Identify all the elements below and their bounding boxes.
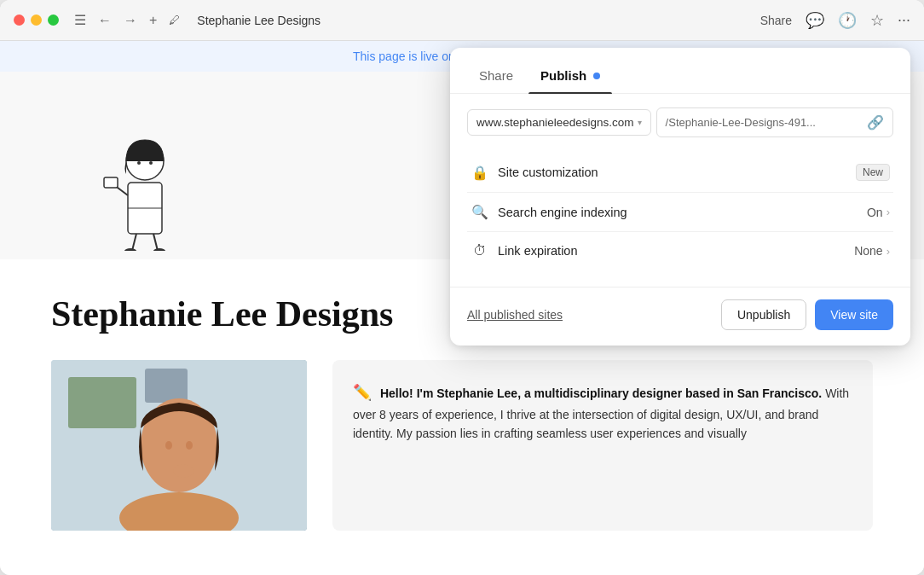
expiration-chevron-icon: › bbox=[886, 245, 890, 258]
title-bar: ☰ ← → + 🖊 Stephanie Lee Designs Share 💬 … bbox=[0, 0, 924, 41]
unpublish-button[interactable]: Unpublish bbox=[721, 299, 806, 330]
more-icon[interactable]: ··· bbox=[898, 11, 910, 29]
pencil-icon: ✏️ bbox=[353, 384, 372, 401]
footer-buttons: Unpublish View site bbox=[721, 299, 893, 330]
site-customization-item[interactable]: 🔒 Site customization New bbox=[467, 153, 893, 193]
path-input[interactable]: /Stephanie-Lee-Designs-491... 🔗 bbox=[656, 107, 893, 137]
site-customization-label: Site customization bbox=[498, 166, 847, 179]
search-indexing-label: Search engine indexing bbox=[498, 206, 858, 219]
svg-rect-6 bbox=[104, 177, 118, 188]
search-chevron-icon: › bbox=[886, 206, 890, 218]
comment-icon[interactable]: 💬 bbox=[806, 11, 824, 30]
maximize-button[interactable] bbox=[48, 15, 59, 26]
traffic-lights bbox=[14, 15, 59, 26]
popup-body: www.stephanieleedesigns.com ▾ /Stephanie… bbox=[450, 94, 910, 283]
bookmark-icon[interactable]: ☆ bbox=[870, 11, 884, 30]
new-badge: New bbox=[856, 164, 890, 181]
menu-icon[interactable]: ☰ bbox=[71, 9, 90, 32]
svg-line-7 bbox=[132, 234, 136, 251]
svg-point-4 bbox=[149, 161, 153, 165]
view-site-button[interactable]: View site bbox=[815, 299, 893, 330]
domain-text: www.stephanieleedesigns.com bbox=[476, 116, 634, 129]
link-expiration-item[interactable]: ⏱ Link expiration None › bbox=[467, 232, 893, 270]
clock-icon: ⏱ bbox=[471, 243, 489, 258]
domain-chevron-icon: ▾ bbox=[638, 118, 642, 127]
new-tab-icon[interactable]: + bbox=[146, 9, 160, 32]
bio-text: ✏️ Hello! I'm Stephanie Lee, a multidisc… bbox=[353, 380, 852, 444]
svg-line-8 bbox=[153, 234, 158, 251]
customization-icon: 🔒 bbox=[471, 165, 489, 181]
toolbar-right: Share 💬 🕐 ☆ ··· bbox=[760, 11, 910, 30]
minimize-button[interactable] bbox=[31, 15, 42, 26]
svg-rect-12 bbox=[68, 377, 136, 428]
svg-point-10 bbox=[153, 248, 165, 251]
search-indexing-value: On › bbox=[867, 206, 890, 219]
copy-link-icon[interactable]: 🔗 bbox=[867, 114, 884, 131]
publish-popup: Share Publish www.stephanieleedesigns.co… bbox=[450, 48, 910, 346]
tab-share[interactable]: Share bbox=[467, 61, 525, 93]
page-content: This page is live on www.stephanieleed..… bbox=[0, 41, 924, 575]
browser-window: ☰ ← → + 🖊 Stephanie Lee Designs Share 💬 … bbox=[0, 0, 924, 575]
svg-point-16 bbox=[165, 441, 172, 450]
bio-card: ✏️ Hello! I'm Stephanie Lee, a multidisc… bbox=[332, 360, 873, 531]
svg-point-17 bbox=[186, 441, 193, 450]
close-button[interactable] bbox=[14, 15, 25, 26]
content-grid: ✏️ Hello! I'm Stephanie Lee, a multidisc… bbox=[51, 360, 873, 531]
forward-icon[interactable]: → bbox=[120, 9, 141, 32]
path-text: /Stephanie-Lee-Designs-491... bbox=[666, 116, 816, 129]
tab-publish[interactable]: Publish bbox=[528, 61, 612, 93]
portrait-image bbox=[51, 360, 307, 531]
link-expiration-value: None › bbox=[854, 244, 890, 258]
character-illustration bbox=[102, 114, 188, 251]
domain-select[interactable]: www.stephanieleedesigns.com ▾ bbox=[467, 109, 651, 136]
svg-point-9 bbox=[124, 248, 136, 251]
share-button[interactable]: Share bbox=[760, 14, 792, 27]
back-icon[interactable]: ← bbox=[95, 9, 115, 32]
history-icon[interactable]: 🕐 bbox=[838, 11, 857, 30]
bio-intro: Hello! I'm Stephanie Lee, a multidiscipl… bbox=[380, 386, 822, 400]
url-row: www.stephanieleedesigns.com ▾ /Stephanie… bbox=[467, 107, 893, 137]
link-expiration-label: Link expiration bbox=[498, 244, 846, 258]
popup-tabs: Share Publish bbox=[450, 48, 910, 94]
popup-footer: All published sites Unpublish View site bbox=[450, 287, 910, 346]
favicon-icon: 🖊 bbox=[165, 10, 183, 30]
svg-point-3 bbox=[137, 161, 141, 165]
page-title: Stephanie Lee Designs bbox=[197, 14, 759, 27]
svg-point-18 bbox=[173, 464, 193, 478]
search-indexing-item[interactable]: 🔍 Search engine indexing On › bbox=[467, 193, 893, 232]
search-icon: 🔍 bbox=[471, 204, 489, 220]
publish-active-dot bbox=[593, 73, 600, 79]
svg-rect-13 bbox=[145, 369, 188, 403]
nav-icons: ☰ ← → + 🖊 bbox=[71, 9, 183, 32]
all-published-sites-link[interactable]: All published sites bbox=[467, 308, 563, 322]
